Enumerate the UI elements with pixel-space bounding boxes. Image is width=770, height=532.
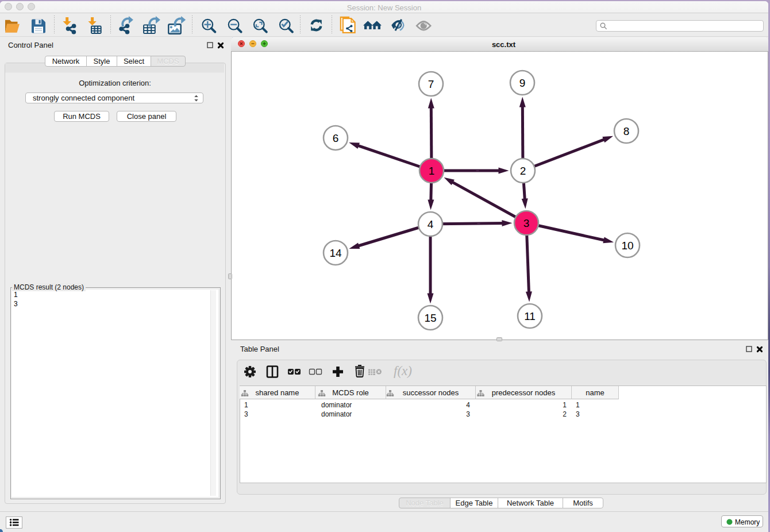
svg-text:6: 6	[333, 132, 339, 144]
svg-text:4: 4	[428, 218, 434, 230]
svg-text:3: 3	[523, 217, 530, 229]
svg-text:11: 11	[524, 310, 536, 322]
svg-text:9: 9	[519, 77, 526, 89]
svg-text:10: 10	[621, 240, 633, 252]
svg-text:2: 2	[520, 165, 526, 177]
svg-text:8: 8	[623, 125, 630, 137]
svg-text:15: 15	[424, 312, 436, 324]
svg-text:1: 1	[429, 165, 435, 177]
svg-text:14: 14	[329, 247, 342, 259]
svg-text:7: 7	[428, 78, 434, 90]
svg-text:f(x): f(x)	[394, 364, 412, 378]
